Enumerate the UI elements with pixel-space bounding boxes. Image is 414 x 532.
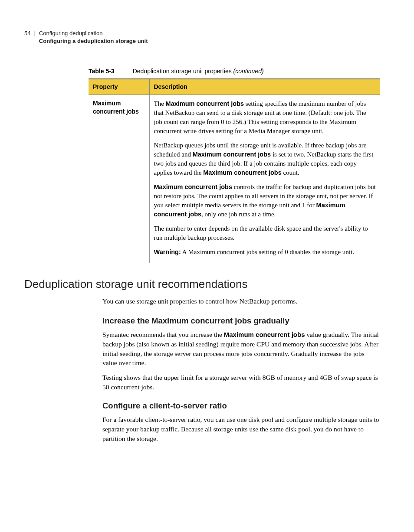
- property-description: The Maximum concurrent jobs setting spec…: [149, 95, 380, 263]
- heading-client-ratio: Configure a client-to-server ratio: [102, 400, 380, 411]
- sec1-para-1: Symantec recommends that you increase th…: [102, 330, 380, 368]
- desc-para-1: The Maximum concurrent jobs setting spec…: [154, 99, 376, 136]
- table-caption-row: Table 5-3 Deduplication storage unit pro…: [89, 67, 380, 76]
- heading-recommendations: Deduplication storage unit recommendatio…: [24, 276, 380, 292]
- page-header: 54 | Configuring deduplication Configuri…: [24, 29, 380, 45]
- table-header-row: Property Description: [89, 79, 380, 95]
- section-client-ratio: Configure a client-to-server ratio For a…: [102, 400, 380, 443]
- property-name: Maximum concurrent jobs: [89, 95, 149, 263]
- desc-para-3: Maximum concurrent jobs controls the tra…: [154, 183, 376, 219]
- header-divider: |: [34, 29, 35, 37]
- col-description: Description: [149, 79, 380, 95]
- table-row: Maximum concurrent jobs The Maximum conc…: [89, 95, 380, 263]
- intro-paragraph: You can use storage unit properties to c…: [102, 297, 380, 306]
- sec2-para-1: For a favorable client-to-server ratio, …: [102, 415, 380, 443]
- section-increase-jobs: Increase the Maximum concurrent jobs gra…: [102, 315, 380, 392]
- heading-increase-jobs: Increase the Maximum concurrent jobs gra…: [102, 315, 380, 326]
- caption-continued: (continued): [233, 68, 264, 75]
- table-block: Table 5-3 Deduplication storage unit pro…: [89, 67, 380, 263]
- sec1-para-2: Testing shows that the upper limit for a…: [102, 373, 380, 392]
- properties-table: Property Description Maximum concurrent …: [89, 78, 380, 264]
- caption-text: Deduplication storage unit properties: [133, 68, 233, 75]
- chapter-title: Configuring deduplication: [39, 29, 148, 37]
- desc-para-5: Warning: A Maximum concurrent jobs setti…: [154, 248, 376, 257]
- page-number: 54: [24, 29, 30, 37]
- col-property: Property: [89, 79, 149, 95]
- desc-para-4: The number to enter depends on the avail…: [154, 224, 376, 242]
- header-titles: Configuring deduplication Configuring a …: [39, 29, 148, 45]
- desc-para-2: NetBackup queues jobs until the storage …: [154, 141, 376, 177]
- table-label: Table 5-3: [89, 67, 115, 76]
- section-title: Configuring a deduplication storage unit: [39, 37, 148, 45]
- table-caption: Deduplication storage unit properties (c…: [133, 67, 264, 76]
